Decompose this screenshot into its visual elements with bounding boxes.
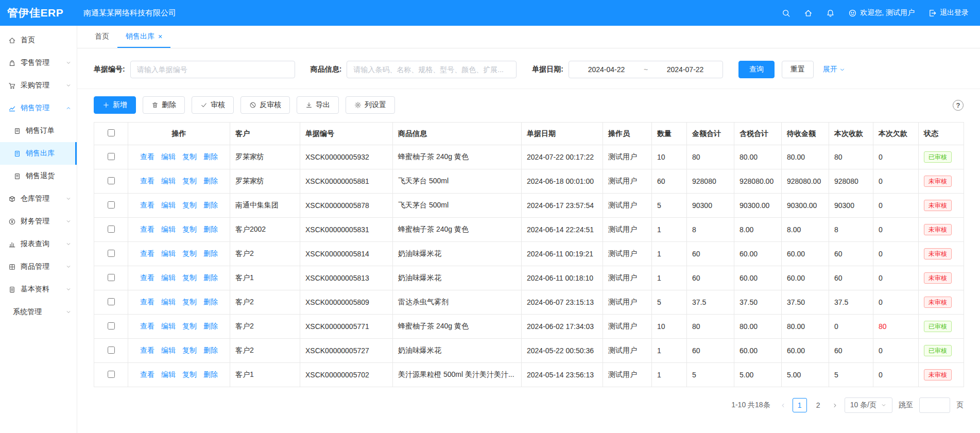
sidebar-item-sales-return[interactable]: 销售退货 (0, 165, 77, 187)
add-button[interactable]: 新增 (94, 96, 136, 114)
row-action-edit[interactable]: 编辑 (161, 298, 176, 307)
reset-button[interactable]: 重置 (782, 61, 814, 78)
date-to-value[interactable]: 2024-07-22 (667, 65, 704, 74)
sidebar-item-sales-outbound[interactable]: 销售出库 (0, 142, 77, 165)
row-action-delete[interactable]: 删除 (203, 201, 218, 210)
row-action-copy[interactable]: 复制 (182, 370, 197, 379)
cell-received: 60 (829, 266, 873, 290)
bell-icon[interactable] (826, 9, 835, 18)
page-number-2[interactable]: 2 (811, 398, 826, 412)
doc-no-input[interactable] (130, 61, 295, 78)
row-action-delete[interactable]: 删除 (203, 152, 218, 162)
prev-page-button[interactable] (780, 402, 786, 409)
row-action-delete[interactable]: 删除 (203, 298, 218, 307)
product-input[interactable] (347, 61, 517, 78)
row-action-copy[interactable]: 复制 (182, 152, 197, 162)
column-settings-button[interactable]: 列设置 (346, 96, 395, 114)
export-button[interactable]: 导出 (297, 96, 339, 114)
search-button[interactable]: 查询 (738, 61, 775, 78)
row-action-delete[interactable]: 删除 (203, 177, 218, 186)
unaudit-button[interactable]: 反审核 (240, 96, 290, 114)
status-badge: 已审核 (924, 151, 952, 163)
row-action-delete[interactable]: 删除 (203, 273, 218, 283)
row-action-view[interactable]: 查看 (140, 346, 154, 355)
row-action-edit[interactable]: 编辑 (161, 273, 176, 283)
row-action-edit[interactable]: 编辑 (161, 322, 176, 331)
date-from-value[interactable]: 2024-04-22 (588, 65, 625, 74)
page-number-1[interactable]: 1 (793, 398, 807, 412)
tab-close-icon[interactable]: × (158, 32, 162, 41)
toolbar-button-label: 审核 (211, 100, 225, 110)
cell-customer: 客户2 (230, 290, 300, 315)
row-action-view[interactable]: 查看 (140, 201, 154, 210)
row-action-copy[interactable]: 复制 (182, 322, 197, 331)
help-icon[interactable]: ? (953, 100, 964, 111)
row-checkbox[interactable] (108, 226, 115, 233)
select-all-checkbox[interactable] (108, 129, 115, 136)
row-action-copy[interactable]: 复制 (182, 273, 197, 283)
row-action-edit[interactable]: 编辑 (161, 225, 176, 234)
row-action-edit[interactable]: 编辑 (161, 346, 176, 355)
row-action-view[interactable]: 查看 (140, 322, 154, 331)
row-action-copy[interactable]: 复制 (182, 298, 197, 307)
delete-button[interactable]: 删除 (143, 96, 185, 114)
expand-toggle[interactable]: 展开 (823, 65, 846, 74)
table-row: 查看编辑复制删除客户2XSCK00000005814奶油味爆米花2024-06-… (94, 242, 964, 266)
row-action-edit[interactable]: 编辑 (161, 201, 176, 210)
sidebar-item-report[interactable]: 报表查询 (0, 233, 77, 255)
row-action-copy[interactable]: 复制 (182, 225, 197, 234)
home-icon[interactable] (804, 9, 813, 18)
row-checkbox[interactable] (108, 201, 115, 209)
row-checkbox[interactable] (108, 298, 115, 305)
search-icon[interactable] (782, 9, 790, 18)
next-page-button[interactable] (832, 402, 838, 409)
row-action-delete[interactable]: 删除 (203, 370, 218, 379)
welcome-user[interactable]: 欢迎您, 测试用户 (848, 8, 915, 18)
toolbar-button-label: 反审核 (260, 100, 281, 110)
row-action-edit[interactable]: 编辑 (161, 249, 176, 258)
logout-button[interactable]: 退出登录 (928, 8, 969, 18)
tab-home[interactable]: 首页 (87, 26, 117, 48)
row-action-edit[interactable]: 编辑 (161, 152, 176, 162)
row-action-copy[interactable]: 复制 (182, 346, 197, 355)
sidebar-item-home[interactable]: 首页 (0, 29, 77, 51)
tab-sales-outbound[interactable]: 销售出库× (117, 26, 170, 48)
row-action-copy[interactable]: 复制 (182, 177, 197, 186)
jump-page-input[interactable] (919, 397, 950, 413)
page-size-select[interactable]: 10 条/页 (845, 397, 892, 413)
row-checkbox[interactable] (108, 322, 115, 330)
row-action-delete[interactable]: 删除 (203, 322, 218, 331)
row-action-view[interactable]: 查看 (140, 273, 154, 283)
row-action-delete[interactable]: 删除 (203, 346, 218, 355)
row-action-edit[interactable]: 编辑 (161, 177, 176, 186)
row-action-view[interactable]: 查看 (140, 177, 154, 186)
sidebar-item-finance[interactable]: 财务管理 (0, 210, 77, 233)
export-icon (305, 101, 313, 109)
row-action-edit[interactable]: 编辑 (161, 370, 176, 379)
row-action-copy[interactable]: 复制 (182, 201, 197, 210)
sidebar-item-sales-order[interactable]: 销售订单 (0, 119, 77, 142)
row-action-view[interactable]: 查看 (140, 370, 154, 379)
row-action-delete[interactable]: 删除 (203, 225, 218, 234)
row-action-view[interactable]: 查看 (140, 225, 154, 234)
row-checkbox[interactable] (108, 250, 115, 257)
row-action-view[interactable]: 查看 (140, 249, 154, 258)
row-action-copy[interactable]: 复制 (182, 249, 197, 258)
row-action-delete[interactable]: 删除 (203, 249, 218, 258)
row-action-view[interactable]: 查看 (140, 152, 154, 162)
sidebar-item-sales[interactable]: 销售管理 (0, 97, 77, 119)
date-range-input[interactable]: 2024-04-22 ~ 2024-07-22 (569, 61, 723, 78)
row-checkbox[interactable] (108, 371, 115, 378)
audit-button[interactable]: 审核 (192, 96, 234, 114)
row-action-view[interactable]: 查看 (140, 298, 154, 307)
sidebar-item-retail[interactable]: 零售管理 (0, 51, 77, 74)
sidebar-item-purchase[interactable]: 采购管理 (0, 74, 77, 97)
row-checkbox[interactable] (108, 177, 115, 184)
sidebar-item-warehouse[interactable]: 仓库管理 (0, 187, 77, 210)
row-checkbox[interactable] (108, 347, 115, 354)
sidebar-item-base-data[interactable]: 基本资料 (0, 278, 77, 301)
sidebar-item-product[interactable]: 商品管理 (0, 255, 77, 278)
row-checkbox[interactable] (108, 274, 115, 281)
row-checkbox[interactable] (108, 153, 115, 160)
sidebar-item-system[interactable]: 系统管理 (0, 301, 77, 323)
